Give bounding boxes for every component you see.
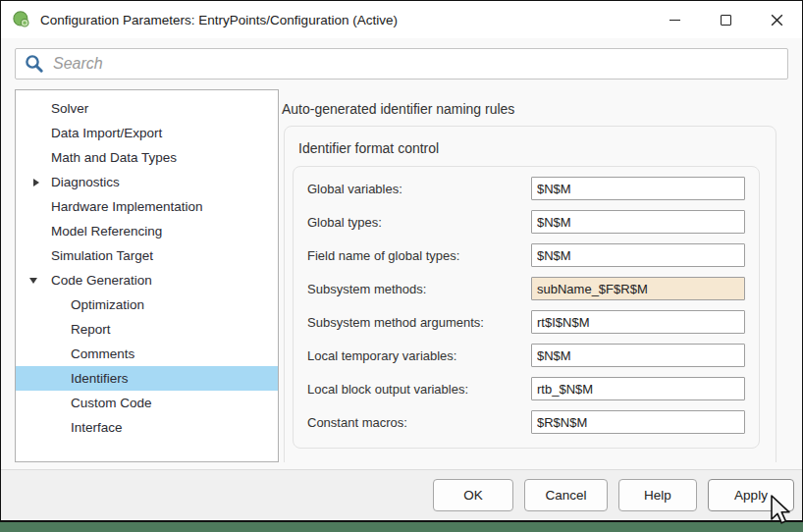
subsystem-methods-input[interactable]: [531, 277, 745, 300]
global-types-input[interactable]: [531, 210, 745, 234]
ok-button[interactable]: OK: [433, 479, 513, 511]
field-row-constant-macros: Constant macros:: [307, 410, 745, 434]
close-button[interactable]: [751, 1, 802, 38]
sidebar-item-label: Diagnostics: [51, 175, 120, 189]
group-title: Identifier format control: [298, 140, 760, 156]
collapsed-arrow-icon[interactable]: [33, 170, 47, 194]
field-label: Field name of global types:: [307, 248, 531, 263]
field-row-subsystem-method-arguments: Subsystem method arguments:: [307, 310, 745, 334]
local-temporary-variables-input[interactable]: [531, 344, 745, 367]
expanded-arrow-icon[interactable]: [29, 268, 43, 293]
sidebar-item-math-and-data-types[interactable]: Math and Data Types: [16, 145, 278, 170]
maximize-icon: [721, 15, 731, 26]
sidebar-item-data-import-export[interactable]: Data Import/Export: [16, 121, 278, 145]
global-variables-input[interactable]: [531, 177, 745, 200]
identifier-format-group: Global variables: Global types: Field na…: [293, 166, 760, 449]
minimize-icon: [669, 20, 680, 21]
sidebar-item-hardware-implementation[interactable]: Hardware Implementation: [16, 194, 278, 219]
field-label: Constant macros:: [307, 415, 531, 430]
title-bar: Configuration Parameters: EntryPoints/Co…: [1, 1, 802, 38]
sidebar-item-simulation-target[interactable]: Simulation Target: [16, 243, 278, 268]
cancel-button[interactable]: Cancel: [524, 479, 608, 511]
sidebar-item-optimization[interactable]: Optimization: [16, 293, 278, 317]
local-block-output-variables-input[interactable]: [531, 377, 745, 400]
sidebar-item-model-referencing[interactable]: Model Referencing: [16, 219, 278, 243]
configuration-parameters-dialog: Configuration Parameters: EntryPoints/Co…: [0, 0, 803, 522]
help-button[interactable]: Help: [618, 479, 697, 511]
sidebar-item-comments[interactable]: Comments: [16, 342, 278, 366]
button-bar: OK Cancel Help Apply: [1, 469, 802, 520]
category-tree: Solver Data Import/Export Math and Data …: [15, 89, 279, 462]
search-row: [15, 48, 788, 80]
panel-heading: Auto-generated identifier naming rules: [282, 101, 800, 117]
settings-panel: Auto-generated identifier naming rules I…: [280, 89, 800, 462]
field-label: Local temporary variables:: [307, 348, 531, 363]
field-row-local-temporary-variables: Local temporary variables:: [307, 344, 745, 367]
window-controls: [649, 1, 802, 38]
simulink-logo-icon: [13, 11, 30, 28]
sidebar-item-solver[interactable]: Solver: [16, 96, 278, 121]
sidebar-item-report[interactable]: Report: [16, 317, 278, 342]
sidebar-item-interface[interactable]: Interface: [16, 415, 278, 440]
field-row-global-types: Global types:: [307, 210, 745, 234]
field-row-global-variables: Global variables:: [307, 177, 745, 200]
field-row-field-name-of-global-types: Field name of global types:: [307, 243, 745, 267]
field-label: Global variables:: [307, 182, 531, 196]
field-label: Subsystem methods:: [307, 282, 531, 296]
constant-macros-input[interactable]: [531, 410, 745, 434]
maximize-button[interactable]: [700, 1, 751, 38]
minimize-button[interactable]: [649, 1, 700, 38]
field-row-local-block-output-variables: Local block output variables:: [307, 377, 745, 400]
sidebar-item-diagnostics[interactable]: Diagnostics: [16, 170, 278, 194]
mouse-arrow-cursor: [770, 495, 795, 530]
sidebar-item-custom-code[interactable]: Custom Code: [16, 391, 278, 415]
search-icon: [24, 53, 45, 75]
search-input[interactable]: [53, 55, 779, 73]
field-name-of-global-types-input[interactable]: [531, 243, 745, 267]
naming-rules-group: Identifier format control Global variabl…: [284, 126, 776, 462]
sidebar-item-label: Code Generation: [51, 273, 152, 288]
search-box[interactable]: [15, 48, 788, 80]
window-title: Configuration Parameters: EntryPoints/Co…: [40, 13, 649, 27]
field-label: Global types:: [307, 215, 531, 230]
sidebar-item-identifiers[interactable]: Identifiers: [16, 366, 278, 391]
sidebar-item-code-generation[interactable]: Code Generation: [16, 268, 278, 293]
field-row-subsystem-methods: Subsystem methods:: [307, 277, 745, 300]
close-icon: [771, 14, 783, 27]
field-label: Subsystem method arguments:: [307, 315, 531, 330]
subsystem-method-arguments-input[interactable]: [531, 310, 745, 334]
field-label: Local block output variables:: [307, 382, 531, 397]
